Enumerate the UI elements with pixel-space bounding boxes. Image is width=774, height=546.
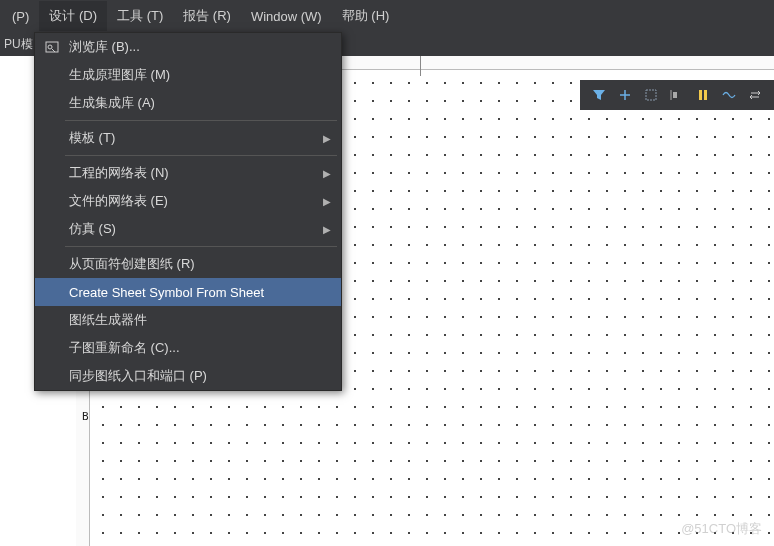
menu-item-label: 模板 (T) [69,129,115,147]
menu-item-label: 从页面符创建图纸 (R) [69,255,195,273]
svg-rect-7 [704,90,707,100]
menu-item-file-netlist[interactable]: 文件的网络表 (E)▶ [35,187,341,215]
menu-item-gen-intlib[interactable]: 生成集成库 (A) [35,89,341,117]
menu-item-label: 生成原理图库 (M) [69,66,170,84]
submenu-arrow-icon: ▶ [323,168,331,179]
menu-item-label: 生成集成库 (A) [69,94,155,112]
menu-item-label: 图纸生成器件 [69,311,147,329]
menu-reports[interactable]: 报告 (R) [173,1,241,31]
menu-item-simulation[interactable]: 仿真 (S)▶ [35,215,341,243]
watermark: @51CTO博客 [681,520,762,538]
menu-prev[interactable]: (P) [2,3,39,30]
svg-rect-4 [673,92,677,98]
switch-icon[interactable] [742,83,768,107]
menu-item-sync-ports[interactable]: 同步图纸入口和端口 (P) [35,362,341,390]
plus-icon[interactable] [612,83,638,107]
svg-rect-6 [699,90,702,100]
menu-item-browse-library[interactable]: 浏览库 (B)... [35,33,341,61]
submenu-arrow-icon: ▶ [323,196,331,207]
library-icon [43,40,61,54]
menu-separator [65,120,337,121]
wave-icon[interactable] [716,83,742,107]
svg-rect-3 [646,90,656,100]
menu-item-create-sheet-symbol-from-sheet[interactable]: Create Sheet Symbol From Sheet [35,278,341,306]
menu-item-label: 工程的网络表 (N) [69,164,169,182]
subbar-text: PU模 [4,36,33,53]
menu-item-sheet-generator[interactable]: 图纸生成器件 [35,306,341,334]
floating-toolbar [580,80,774,110]
svg-point-1 [48,45,52,49]
align-icon[interactable] [664,83,690,107]
menu-item-gen-schlib[interactable]: 生成原理图库 (M) [35,61,341,89]
menu-item-project-netlist[interactable]: 工程的网络表 (N)▶ [35,159,341,187]
filter-icon[interactable] [586,83,612,107]
submenu-arrow-icon: ▶ [323,224,331,235]
menu-item-create-sheet-from-symbol[interactable]: 从页面符创建图纸 (R) [35,250,341,278]
menu-item-label: 浏览库 (B)... [69,38,140,56]
stack-icon[interactable] [690,83,716,107]
menu-item-label: Create Sheet Symbol From Sheet [69,285,264,300]
menu-separator [65,155,337,156]
menu-help[interactable]: 帮助 (H) [332,1,400,31]
menu-item-label: 子图重新命名 (C)... [69,339,180,357]
menubar: (P) 设计 (D) 工具 (T) 报告 (R) Window (W) 帮助 (… [0,0,774,32]
menu-design[interactable]: 设计 (D) [39,1,107,31]
submenu-arrow-icon: ▶ [323,133,331,144]
menu-item-rename-child[interactable]: 子图重新命名 (C)... [35,334,341,362]
menu-tools[interactable]: 工具 (T) [107,1,173,31]
menu-item-label: 仿真 (S) [69,220,116,238]
menu-item-label: 文件的网络表 (E) [69,192,168,210]
design-menu-dropdown: 浏览库 (B)... 生成原理图库 (M) 生成集成库 (A) 模板 (T)▶ … [34,32,342,391]
menu-item-templates[interactable]: 模板 (T)▶ [35,124,341,152]
menu-window[interactable]: Window (W) [241,3,332,30]
row-label-b: B [82,410,89,423]
box-icon[interactable] [638,83,664,107]
menu-item-label: 同步图纸入口和端口 (P) [69,367,207,385]
menu-separator [65,246,337,247]
column-divider [420,56,421,76]
